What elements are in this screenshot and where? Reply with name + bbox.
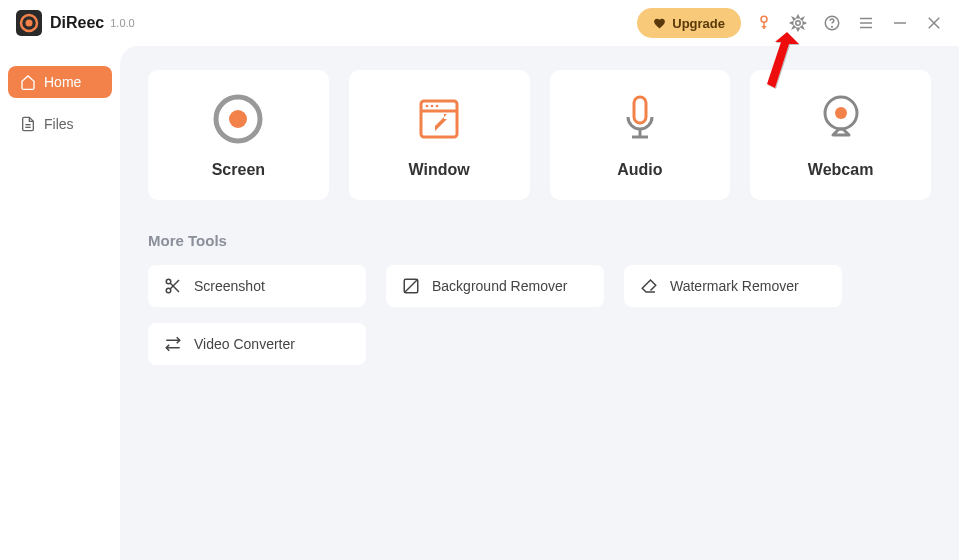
webcam-icon: [813, 91, 869, 147]
card-label: Screen: [212, 161, 265, 179]
mode-cards: Screen Window: [148, 70, 931, 200]
svg-point-19: [229, 110, 247, 128]
tool-label: Screenshot: [194, 278, 265, 294]
app-name: DiReec: [50, 14, 104, 32]
tools-row-2: Video Converter: [148, 323, 931, 365]
sidebar-item-files[interactable]: Files: [8, 108, 112, 140]
main-content: Screen Window: [120, 46, 959, 560]
titlebar-actions: [755, 14, 943, 32]
settings-icon[interactable]: [789, 14, 807, 32]
card-label: Webcam: [808, 161, 874, 179]
key-icon[interactable]: [755, 14, 773, 32]
audio-icon: [612, 91, 668, 147]
scissors-icon: [164, 277, 182, 295]
svg-point-24: [436, 105, 439, 108]
app-version: 1.0.0: [110, 17, 134, 29]
tool-label: Video Converter: [194, 336, 295, 352]
upgrade-label: Upgrade: [672, 16, 725, 31]
transfer-icon: [164, 335, 182, 353]
svg-point-3: [761, 16, 767, 22]
card-webcam[interactable]: Webcam: [750, 70, 931, 200]
heart-icon: [653, 17, 666, 30]
window-icon: [411, 91, 467, 147]
svg-point-6: [796, 21, 801, 26]
card-label: Audio: [617, 161, 662, 179]
no-image-icon: [402, 277, 420, 295]
tool-label: Background Remover: [432, 278, 567, 294]
tool-watermark-remover[interactable]: Watermark Remover: [624, 265, 842, 307]
svg-point-31: [166, 288, 171, 293]
svg-point-23: [431, 105, 434, 108]
svg-point-29: [835, 107, 847, 119]
card-label: Window: [409, 161, 470, 179]
card-screen[interactable]: Screen: [148, 70, 329, 200]
menu-icon[interactable]: [857, 14, 875, 32]
minimize-icon[interactable]: [891, 14, 909, 32]
sidebar-item-label: Files: [44, 116, 74, 132]
card-window[interactable]: Window: [349, 70, 530, 200]
screen-icon: [210, 91, 266, 147]
help-icon[interactable]: [823, 14, 841, 32]
sidebar-item-home[interactable]: Home: [8, 66, 112, 98]
card-audio[interactable]: Audio: [550, 70, 731, 200]
sidebar-item-label: Home: [44, 74, 81, 90]
eraser-icon: [640, 277, 658, 295]
svg-line-35: [405, 280, 417, 292]
more-tools-title: More Tools: [148, 232, 931, 249]
tool-label: Watermark Remover: [670, 278, 799, 294]
svg-point-8: [832, 26, 833, 27]
file-icon: [20, 116, 36, 132]
svg-point-22: [426, 105, 429, 108]
home-icon: [20, 74, 36, 90]
tool-video-converter[interactable]: Video Converter: [148, 323, 366, 365]
svg-point-2: [26, 20, 33, 27]
titlebar: DiReec 1.0.0 Upgrade: [0, 0, 959, 46]
close-icon[interactable]: [925, 14, 943, 32]
app-logo: [16, 10, 42, 36]
svg-rect-25: [634, 97, 646, 123]
svg-point-30: [166, 279, 171, 284]
tool-screenshot[interactable]: Screenshot: [148, 265, 366, 307]
sidebar: Home Files: [0, 46, 120, 560]
upgrade-button[interactable]: Upgrade: [637, 8, 741, 38]
tool-background-remover[interactable]: Background Remover: [386, 265, 604, 307]
tools-row-1: Screenshot Background Remover Watermark …: [148, 265, 931, 307]
